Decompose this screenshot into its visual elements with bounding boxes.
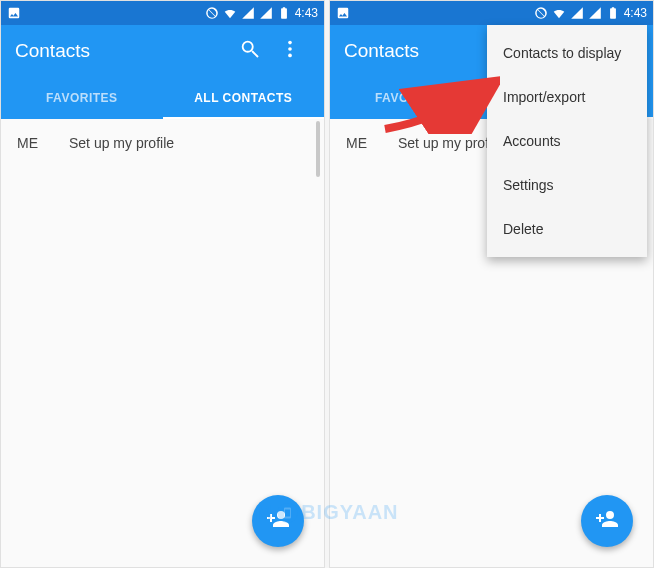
content-area: ME Set up my profile xyxy=(1,119,324,567)
svg-point-2 xyxy=(288,54,292,58)
status-time: 4:43 xyxy=(624,6,647,20)
statusbar: 4:43 xyxy=(330,1,653,25)
svg-point-1 xyxy=(288,47,292,51)
menu-import-export[interactable]: Import/export xyxy=(487,75,647,119)
menu-item-label: Delete xyxy=(503,221,543,237)
signal-icon xyxy=(241,6,255,20)
image-icon xyxy=(336,6,350,20)
do-not-disturb-icon xyxy=(205,6,219,20)
signal-icon-2 xyxy=(259,6,273,20)
appbar: Contacts xyxy=(1,25,324,77)
overflow-button[interactable] xyxy=(270,31,310,71)
person-add-icon xyxy=(266,507,290,535)
menu-item-label: Import/export xyxy=(503,89,585,105)
add-contact-fab[interactable] xyxy=(252,495,304,547)
scrollbar[interactable] xyxy=(316,121,320,177)
person-add-icon xyxy=(595,507,619,535)
me-label: ME xyxy=(17,135,51,151)
me-label: ME xyxy=(346,135,380,151)
do-not-disturb-icon xyxy=(534,6,548,20)
wifi-icon xyxy=(223,6,237,20)
tab-favorites-label: FAVORITES xyxy=(375,91,447,105)
tab-favorites[interactable]: FAVORITES xyxy=(330,77,492,119)
tabs: FAVORITES ALL CONTACTS xyxy=(1,77,324,119)
menu-contacts-to-display[interactable]: Contacts to display xyxy=(487,31,647,75)
phone-left: 4:43 Contacts FAVORITES ALL CONTACTS ME … xyxy=(0,0,325,568)
phone-right: 4:43 Contacts FAVORITES ALL CONTACTS ME … xyxy=(329,0,654,568)
menu-settings[interactable]: Settings xyxy=(487,163,647,207)
tab-all-contacts[interactable]: ALL CONTACTS xyxy=(163,77,325,119)
status-time: 4:43 xyxy=(295,6,318,20)
search-button[interactable] xyxy=(230,31,270,71)
overflow-menu: Contacts to display Import/export Accoun… xyxy=(487,25,647,257)
image-icon xyxy=(7,6,21,20)
tab-all-contacts-label: ALL CONTACTS xyxy=(194,91,292,105)
menu-delete[interactable]: Delete xyxy=(487,207,647,251)
battery-icon xyxy=(277,6,291,20)
add-contact-fab[interactable] xyxy=(581,495,633,547)
signal-icon-2 xyxy=(588,6,602,20)
statusbar: 4:43 xyxy=(1,1,324,25)
battery-icon xyxy=(606,6,620,20)
tab-favorites[interactable]: FAVORITES xyxy=(1,77,163,119)
more-vert-icon xyxy=(279,38,301,64)
wifi-icon xyxy=(552,6,566,20)
menu-item-label: Contacts to display xyxy=(503,45,621,61)
menu-item-label: Accounts xyxy=(503,133,561,149)
svg-point-0 xyxy=(288,41,292,45)
setup-profile-text: Set up my profile xyxy=(69,135,174,151)
signal-icon xyxy=(570,6,584,20)
tab-favorites-label: FAVORITES xyxy=(46,91,118,105)
app-title: Contacts xyxy=(15,40,230,62)
menu-accounts[interactable]: Accounts xyxy=(487,119,647,163)
search-icon xyxy=(239,38,261,64)
menu-item-label: Settings xyxy=(503,177,554,193)
profile-row[interactable]: ME Set up my profile xyxy=(1,119,324,167)
